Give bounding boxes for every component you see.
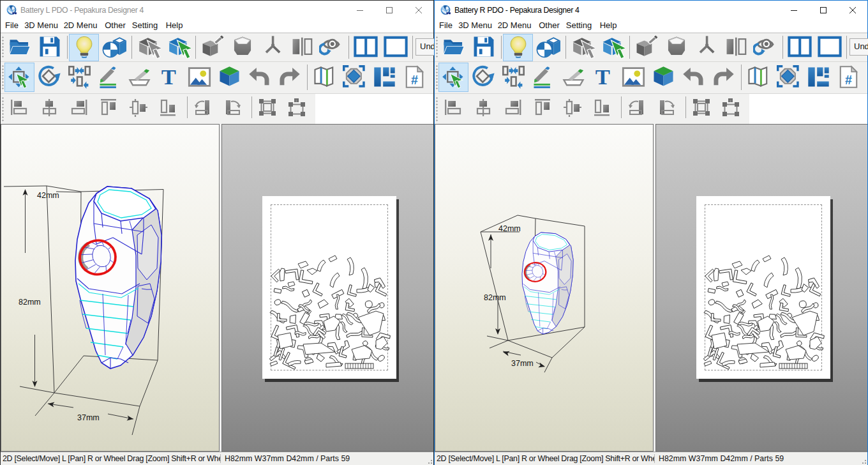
svg-text:37mm: 37mm [511,359,534,368]
svg-text:42mm: 42mm [498,224,521,233]
svg-text:82mm: 82mm [484,293,506,302]
svg-text:82mm: 82mm [19,298,41,307]
svg-text:37mm: 37mm [77,413,100,422]
svg-text:42mm: 42mm [37,191,59,200]
